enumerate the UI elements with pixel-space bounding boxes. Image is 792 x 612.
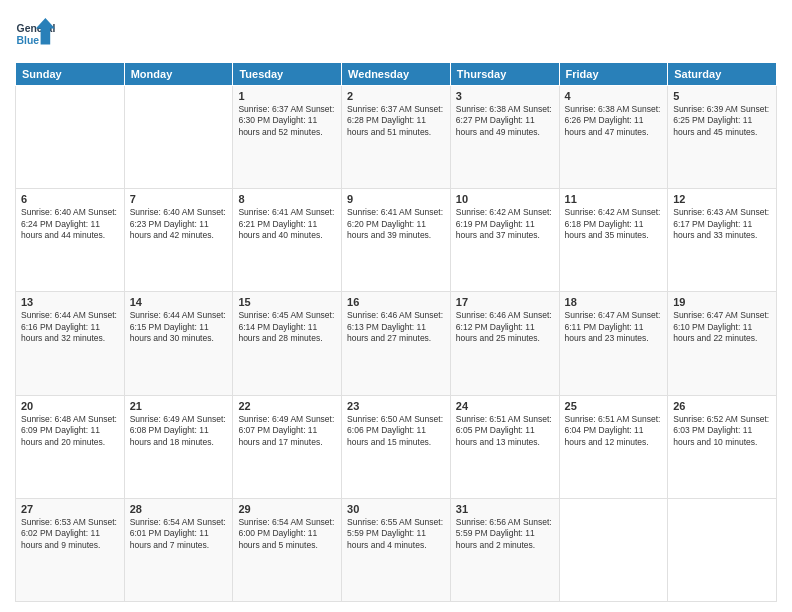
week-row-2: 6Sunrise: 6:40 AM Sunset: 6:24 PM Daylig… xyxy=(16,189,777,292)
day-number: 2 xyxy=(347,90,445,102)
weekday-header-wednesday: Wednesday xyxy=(342,63,451,86)
weekday-header-monday: Monday xyxy=(124,63,233,86)
calendar-cell: 9Sunrise: 6:41 AM Sunset: 6:20 PM Daylig… xyxy=(342,189,451,292)
day-info: Sunrise: 6:39 AM Sunset: 6:25 PM Dayligh… xyxy=(673,104,771,138)
day-info: Sunrise: 6:51 AM Sunset: 6:04 PM Dayligh… xyxy=(565,414,663,448)
header: General Blue xyxy=(15,10,777,54)
day-info: Sunrise: 6:41 AM Sunset: 6:21 PM Dayligh… xyxy=(238,207,336,241)
logo: General Blue xyxy=(15,14,59,54)
day-info: Sunrise: 6:46 AM Sunset: 6:13 PM Dayligh… xyxy=(347,310,445,344)
logo-icon: General Blue xyxy=(15,14,55,54)
calendar-cell: 10Sunrise: 6:42 AM Sunset: 6:19 PM Dayli… xyxy=(450,189,559,292)
calendar-cell: 24Sunrise: 6:51 AM Sunset: 6:05 PM Dayli… xyxy=(450,395,559,498)
calendar-cell: 8Sunrise: 6:41 AM Sunset: 6:21 PM Daylig… xyxy=(233,189,342,292)
calendar-cell: 5Sunrise: 6:39 AM Sunset: 6:25 PM Daylig… xyxy=(668,86,777,189)
calendar-cell: 23Sunrise: 6:50 AM Sunset: 6:06 PM Dayli… xyxy=(342,395,451,498)
day-number: 12 xyxy=(673,193,771,205)
day-number: 28 xyxy=(130,503,228,515)
week-row-5: 27Sunrise: 6:53 AM Sunset: 6:02 PM Dayli… xyxy=(16,498,777,601)
day-number: 15 xyxy=(238,296,336,308)
calendar-cell xyxy=(668,498,777,601)
day-info: Sunrise: 6:44 AM Sunset: 6:16 PM Dayligh… xyxy=(21,310,119,344)
calendar-cell: 27Sunrise: 6:53 AM Sunset: 6:02 PM Dayli… xyxy=(16,498,125,601)
calendar-cell: 19Sunrise: 6:47 AM Sunset: 6:10 PM Dayli… xyxy=(668,292,777,395)
day-number: 31 xyxy=(456,503,554,515)
day-number: 25 xyxy=(565,400,663,412)
weekday-header-saturday: Saturday xyxy=(668,63,777,86)
day-info: Sunrise: 6:53 AM Sunset: 6:02 PM Dayligh… xyxy=(21,517,119,551)
calendar-cell: 17Sunrise: 6:46 AM Sunset: 6:12 PM Dayli… xyxy=(450,292,559,395)
weekday-row: SundayMondayTuesdayWednesdayThursdayFrid… xyxy=(16,63,777,86)
day-info: Sunrise: 6:55 AM Sunset: 5:59 PM Dayligh… xyxy=(347,517,445,551)
day-number: 6 xyxy=(21,193,119,205)
calendar-cell: 6Sunrise: 6:40 AM Sunset: 6:24 PM Daylig… xyxy=(16,189,125,292)
day-info: Sunrise: 6:49 AM Sunset: 6:07 PM Dayligh… xyxy=(238,414,336,448)
day-info: Sunrise: 6:43 AM Sunset: 6:17 PM Dayligh… xyxy=(673,207,771,241)
day-number: 22 xyxy=(238,400,336,412)
calendar-cell: 3Sunrise: 6:38 AM Sunset: 6:27 PM Daylig… xyxy=(450,86,559,189)
calendar-cell xyxy=(124,86,233,189)
day-info: Sunrise: 6:49 AM Sunset: 6:08 PM Dayligh… xyxy=(130,414,228,448)
day-info: Sunrise: 6:56 AM Sunset: 5:59 PM Dayligh… xyxy=(456,517,554,551)
calendar-cell: 12Sunrise: 6:43 AM Sunset: 6:17 PM Dayli… xyxy=(668,189,777,292)
day-number: 30 xyxy=(347,503,445,515)
page: General Blue SundayMondayTuesdayWednesda… xyxy=(0,0,792,612)
day-number: 19 xyxy=(673,296,771,308)
day-info: Sunrise: 6:42 AM Sunset: 6:19 PM Dayligh… xyxy=(456,207,554,241)
calendar-cell: 2Sunrise: 6:37 AM Sunset: 6:28 PM Daylig… xyxy=(342,86,451,189)
day-number: 4 xyxy=(565,90,663,102)
day-info: Sunrise: 6:48 AM Sunset: 6:09 PM Dayligh… xyxy=(21,414,119,448)
day-number: 13 xyxy=(21,296,119,308)
day-info: Sunrise: 6:40 AM Sunset: 6:24 PM Dayligh… xyxy=(21,207,119,241)
weekday-header-friday: Friday xyxy=(559,63,668,86)
svg-text:Blue: Blue xyxy=(17,35,40,46)
calendar: SundayMondayTuesdayWednesdayThursdayFrid… xyxy=(15,62,777,602)
weekday-header-thursday: Thursday xyxy=(450,63,559,86)
day-number: 29 xyxy=(238,503,336,515)
day-number: 14 xyxy=(130,296,228,308)
day-info: Sunrise: 6:41 AM Sunset: 6:20 PM Dayligh… xyxy=(347,207,445,241)
day-info: Sunrise: 6:47 AM Sunset: 6:10 PM Dayligh… xyxy=(673,310,771,344)
calendar-cell: 1Sunrise: 6:37 AM Sunset: 6:30 PM Daylig… xyxy=(233,86,342,189)
calendar-cell xyxy=(16,86,125,189)
day-number: 11 xyxy=(565,193,663,205)
weekday-header-sunday: Sunday xyxy=(16,63,125,86)
day-number: 8 xyxy=(238,193,336,205)
day-number: 7 xyxy=(130,193,228,205)
day-number: 10 xyxy=(456,193,554,205)
day-number: 23 xyxy=(347,400,445,412)
calendar-cell: 29Sunrise: 6:54 AM Sunset: 6:00 PM Dayli… xyxy=(233,498,342,601)
day-info: Sunrise: 6:47 AM Sunset: 6:11 PM Dayligh… xyxy=(565,310,663,344)
day-info: Sunrise: 6:44 AM Sunset: 6:15 PM Dayligh… xyxy=(130,310,228,344)
day-info: Sunrise: 6:37 AM Sunset: 6:28 PM Dayligh… xyxy=(347,104,445,138)
day-number: 1 xyxy=(238,90,336,102)
day-info: Sunrise: 6:52 AM Sunset: 6:03 PM Dayligh… xyxy=(673,414,771,448)
calendar-cell: 22Sunrise: 6:49 AM Sunset: 6:07 PM Dayli… xyxy=(233,395,342,498)
day-info: Sunrise: 6:42 AM Sunset: 6:18 PM Dayligh… xyxy=(565,207,663,241)
calendar-cell: 18Sunrise: 6:47 AM Sunset: 6:11 PM Dayli… xyxy=(559,292,668,395)
day-info: Sunrise: 6:37 AM Sunset: 6:30 PM Dayligh… xyxy=(238,104,336,138)
week-row-4: 20Sunrise: 6:48 AM Sunset: 6:09 PM Dayli… xyxy=(16,395,777,498)
calendar-header: SundayMondayTuesdayWednesdayThursdayFrid… xyxy=(16,63,777,86)
calendar-cell: 15Sunrise: 6:45 AM Sunset: 6:14 PM Dayli… xyxy=(233,292,342,395)
calendar-cell: 26Sunrise: 6:52 AM Sunset: 6:03 PM Dayli… xyxy=(668,395,777,498)
day-info: Sunrise: 6:40 AM Sunset: 6:23 PM Dayligh… xyxy=(130,207,228,241)
day-number: 9 xyxy=(347,193,445,205)
day-info: Sunrise: 6:38 AM Sunset: 6:26 PM Dayligh… xyxy=(565,104,663,138)
calendar-cell: 31Sunrise: 6:56 AM Sunset: 5:59 PM Dayli… xyxy=(450,498,559,601)
day-number: 18 xyxy=(565,296,663,308)
calendar-cell: 16Sunrise: 6:46 AM Sunset: 6:13 PM Dayli… xyxy=(342,292,451,395)
day-number: 27 xyxy=(21,503,119,515)
calendar-cell xyxy=(559,498,668,601)
day-info: Sunrise: 6:54 AM Sunset: 6:01 PM Dayligh… xyxy=(130,517,228,551)
day-number: 20 xyxy=(21,400,119,412)
day-info: Sunrise: 6:45 AM Sunset: 6:14 PM Dayligh… xyxy=(238,310,336,344)
day-number: 24 xyxy=(456,400,554,412)
day-info: Sunrise: 6:38 AM Sunset: 6:27 PM Dayligh… xyxy=(456,104,554,138)
calendar-cell: 4Sunrise: 6:38 AM Sunset: 6:26 PM Daylig… xyxy=(559,86,668,189)
calendar-cell: 25Sunrise: 6:51 AM Sunset: 6:04 PM Dayli… xyxy=(559,395,668,498)
day-number: 17 xyxy=(456,296,554,308)
calendar-cell: 14Sunrise: 6:44 AM Sunset: 6:15 PM Dayli… xyxy=(124,292,233,395)
calendar-body: 1Sunrise: 6:37 AM Sunset: 6:30 PM Daylig… xyxy=(16,86,777,602)
week-row-3: 13Sunrise: 6:44 AM Sunset: 6:16 PM Dayli… xyxy=(16,292,777,395)
